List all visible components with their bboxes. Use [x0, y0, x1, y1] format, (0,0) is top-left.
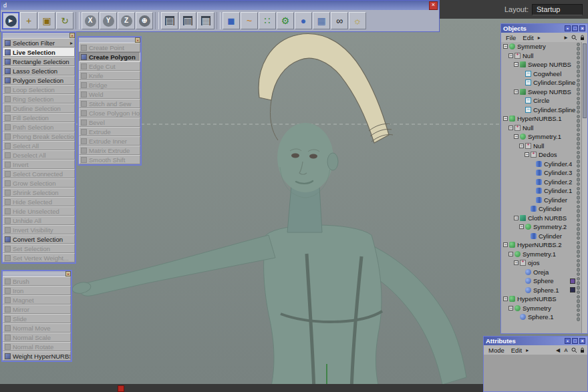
editor-visibility-dot[interactable]: [577, 178, 581, 182]
live-selection-button[interactable]: Live Selection: [3, 47, 75, 57]
objects-menu-file[interactable]: File: [503, 34, 519, 41]
expander-icon[interactable]: −: [514, 216, 519, 220]
z-axis-lock[interactable]: Z: [118, 12, 135, 29]
attributes-maximize-button[interactable]: □: [572, 338, 578, 344]
editor-visibility-dot[interactable]: [577, 133, 581, 137]
add-scene-object-button[interactable]: ●: [295, 12, 312, 29]
attributes-search-icon[interactable]: [571, 347, 577, 353]
render-visibility-dot[interactable]: [577, 272, 581, 276]
tree-row-null-9[interactable]: −Null: [501, 124, 581, 133]
editor-visibility-dot[interactable]: [577, 124, 581, 128]
attributes-menu-more-icon[interactable]: ▸: [526, 347, 529, 353]
editor-visibility-dot[interactable]: [577, 286, 581, 290]
editor-visibility-dot[interactable]: [577, 51, 581, 55]
visibility-dots[interactable]: [577, 69, 581, 77]
render-visibility-dot[interactable]: [577, 263, 581, 267]
layout-selector[interactable]: Startup: [532, 4, 583, 15]
attributes-menu-edit[interactable]: Edit: [508, 347, 525, 354]
y-axis-lock[interactable]: Y: [100, 12, 117, 29]
render-visibility-dot[interactable]: [577, 164, 581, 168]
tree-row-dedos-12[interactable]: −Dedos: [501, 150, 581, 160]
history-back-icon[interactable]: ◀: [555, 347, 561, 353]
render-visibility-dot[interactable]: [577, 155, 581, 159]
render-visibility-dot[interactable]: [577, 290, 581, 295]
render-visibility-dot[interactable]: [577, 110, 581, 114]
expander-icon[interactable]: −: [514, 134, 519, 139]
visibility-dots[interactable]: [577, 250, 581, 258]
visibility-dots[interactable]: [577, 205, 581, 213]
visibility-dots[interactable]: [577, 169, 581, 177]
render-visibility-dot[interactable]: [577, 218, 581, 222]
tree-row-cylinder-18[interactable]: Cylinder: [501, 204, 581, 214]
create-polygon-button[interactable]: Create Polygon: [79, 52, 140, 61]
tree-row-sweep-nurbs-5[interactable]: −Sweep NURBS: [501, 87, 581, 97]
expander-icon[interactable]: −: [519, 224, 524, 229]
visibility-dots[interactable]: [577, 106, 581, 114]
visibility-dots[interactable]: [577, 196, 581, 204]
font-icon[interactable]: A: [563, 347, 569, 353]
visibility-dots[interactable]: [577, 79, 581, 87]
tree-row-symmetry-0[interactable]: −Symmetry: [501, 42, 581, 51]
polygon-selection-button[interactable]: Polygon Selection: [3, 75, 75, 85]
render-visibility-dot[interactable]: [577, 299, 581, 303]
tree-row-ojos-24[interactable]: −ojos: [501, 258, 581, 268]
objects-scrollbar-thumb[interactable]: [583, 43, 587, 118]
tree-row-cogwheel-3[interactable]: Cogwheel: [501, 69, 581, 79]
move-tool[interactable]: +: [20, 12, 37, 29]
objects-pin-button[interactable]: ▪: [565, 25, 571, 31]
objects-panel-titlebar[interactable]: Objects ▪ □ ×: [501, 24, 587, 33]
render-visibility-dot[interactable]: [577, 191, 581, 195]
visibility-dots[interactable]: [577, 187, 581, 195]
tree-row-symmetry-1-23[interactable]: −Symmetry.1: [501, 250, 581, 259]
tree-row-cylinder-2-15[interactable]: Cylinder.2: [501, 178, 581, 187]
tree-row-sphere-26[interactable]: Sphere: [501, 276, 581, 286]
toolbar-titlebar[interactable]: d ×: [1, 1, 439, 10]
expander-icon[interactable]: −: [503, 297, 508, 301]
tree-row-hypernurbs-1-8[interactable]: −HyperNURBS.1: [501, 114, 581, 124]
render-visibility-dot[interactable]: [577, 281, 581, 285]
selection-palette-dragbar[interactable]: ×: [3, 33, 75, 38]
tree-row-null-11[interactable]: −Null: [501, 142, 581, 151]
add-light-button[interactable]: ☼: [349, 12, 366, 29]
add-deformer-button[interactable]: ⚙: [277, 12, 294, 29]
tree-row-hypernurbs-2-22[interactable]: −HyperNURBS.2: [501, 240, 581, 250]
render-visibility-dot[interactable]: [577, 227, 581, 231]
tree-row-hypernurbs-28[interactable]: −HyperNURBS: [501, 295, 581, 304]
editor-visibility-dot[interactable]: [577, 241, 581, 245]
expander-icon[interactable]: −: [514, 62, 519, 67]
editor-visibility-dot[interactable]: [577, 69, 581, 73]
editor-visibility-dot[interactable]: [577, 214, 581, 218]
render-visibility-dot[interactable]: [577, 56, 581, 60]
render-visibility-dot[interactable]: [577, 254, 581, 258]
add-primitive-button[interactable]: ◼: [223, 12, 240, 29]
modeling-palette-close-icon[interactable]: ×: [65, 271, 71, 276]
editor-visibility-dot[interactable]: [577, 79, 581, 83]
render-visibility-dot[interactable]: [577, 309, 581, 313]
expander-icon[interactable]: −: [503, 44, 508, 49]
tree-row-null-1[interactable]: −Null: [501, 51, 581, 61]
editor-visibility-dot[interactable]: [577, 106, 581, 110]
expander-icon[interactable]: −: [508, 306, 513, 311]
red-marker-icon[interactable]: [118, 385, 124, 392]
attributes-close-button[interactable]: ×: [579, 338, 585, 344]
visibility-dots[interactable]: [577, 178, 581, 186]
live-selection-tool[interactable]: ►: [2, 12, 19, 29]
tree-row-symmetry-1-10[interactable]: −Symmetry.1: [501, 132, 581, 142]
add-spline-button[interactable]: ~: [241, 12, 258, 29]
attributes-menu-mode[interactable]: Mode: [486, 347, 507, 354]
structure-palette-close-icon[interactable]: ×: [135, 37, 140, 43]
visibility-dots[interactable]: [577, 61, 581, 69]
objects-maximize-button[interactable]: □: [572, 25, 578, 31]
render-visibility-dot[interactable]: [577, 119, 581, 123]
render-visibility-dot[interactable]: [577, 74, 581, 78]
visibility-dots[interactable]: [577, 277, 581, 285]
render-visibility-dot[interactable]: [577, 47, 581, 51]
visibility-dots[interactable]: [577, 223, 581, 231]
tree-row-cylinder-1-16[interactable]: Cylinder.1: [501, 186, 581, 196]
torso[interactable]: [264, 225, 382, 392]
lock-icon[interactable]: [579, 34, 585, 41]
render-visibility-dot[interactable]: [577, 200, 581, 204]
lasso-selection-button[interactable]: Lasso Selection: [3, 66, 75, 75]
editor-visibility-dot[interactable]: [577, 115, 581, 119]
pointer-icon[interactable]: ►: [563, 34, 569, 41]
